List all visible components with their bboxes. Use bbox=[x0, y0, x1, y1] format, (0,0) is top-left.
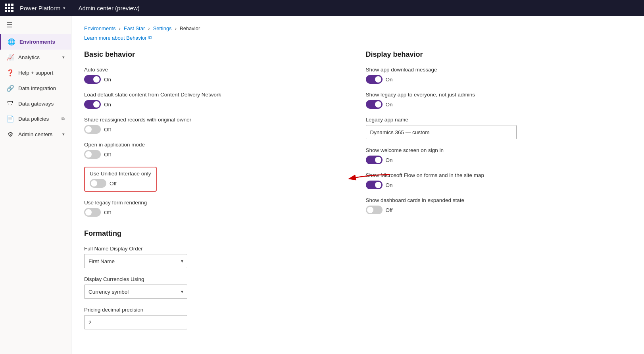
unified-interface-toggle[interactable] bbox=[90, 179, 106, 188]
show-ms-flow-group: Show Microsoft Flow on forms and in the … bbox=[366, 172, 632, 189]
data-policies-icon: 📄 bbox=[6, 115, 14, 123]
analytics-chevron-icon: ▾ bbox=[62, 55, 65, 60]
sidebar-label-admin-centers: Admin centers bbox=[18, 131, 58, 137]
sidebar-label-data-policies: Data policies bbox=[18, 116, 56, 122]
sidebar-label-data-integration: Data integration bbox=[18, 85, 65, 91]
open-app-mode-toggle[interactable] bbox=[84, 150, 101, 159]
display-currencies-group: Display Currencies Using Currency symbol… bbox=[84, 276, 350, 299]
show-legacy-app-toggle-row: On bbox=[366, 100, 632, 109]
sidebar: ☰ 🌐 Environments 📈 Analytics ▾ ❓ Help + … bbox=[0, 16, 71, 354]
data-integration-icon: 🔗 bbox=[6, 85, 14, 92]
sidebar-item-data-integration[interactable]: 🔗 Data integration bbox=[0, 81, 71, 96]
show-app-download-toggle-row: On bbox=[366, 75, 632, 84]
full-name-order-label: Full Name Display Order bbox=[84, 246, 350, 252]
legacy-app-name-group: Legacy app name bbox=[366, 117, 632, 139]
unified-interface-toggle-row: Off bbox=[90, 179, 151, 188]
load-static-content-toggle[interactable] bbox=[84, 100, 101, 109]
basic-behavior-section: Basic behavior Auto save On Load bbox=[84, 50, 350, 217]
left-column: Basic behavior Auto save On Load bbox=[84, 50, 350, 337]
legacy-form-toggle[interactable] bbox=[84, 208, 101, 217]
topbar-separator bbox=[72, 4, 72, 12]
sidebar-item-admin-centers[interactable]: ⚙ Admin centers ▾ bbox=[0, 127, 71, 142]
show-ms-flow-label: Show Microsoft Flow on forms and in the … bbox=[366, 172, 632, 178]
data-gateways-icon: 🛡 bbox=[6, 100, 14, 107]
share-reassigned-toggle[interactable] bbox=[84, 125, 101, 134]
show-ms-flow-toggle[interactable] bbox=[366, 181, 383, 189]
load-static-content-group: Load default static content from Content… bbox=[84, 92, 350, 109]
load-static-content-value: On bbox=[104, 102, 111, 108]
unified-interface-value: Off bbox=[110, 181, 117, 187]
pricing-decimal-group: Pricing decimal precision bbox=[84, 307, 350, 329]
display-currencies-select[interactable]: Currency symbol Currency code bbox=[84, 285, 187, 299]
auto-save-label: Auto save bbox=[84, 67, 350, 73]
brand-title[interactable]: Power Platform ▾ bbox=[20, 5, 65, 12]
open-app-mode-value: Off bbox=[104, 152, 111, 158]
show-dashboard-cards-label: Show dashboard cards in expanded state bbox=[366, 197, 632, 203]
breadcrumb-east-star[interactable]: East Star bbox=[124, 25, 145, 31]
show-dashboard-cards-group: Show dashboard cards in expanded state O… bbox=[366, 197, 632, 214]
breadcrumb-sep-1: › bbox=[119, 25, 120, 31]
show-app-download-value: On bbox=[386, 77, 393, 83]
open-app-mode-label: Open in application mode bbox=[84, 142, 350, 148]
formatting-title: Formatting bbox=[84, 229, 350, 238]
waffle-icon[interactable] bbox=[5, 4, 13, 12]
share-reassigned-label: Share reassigned records with original o… bbox=[84, 117, 350, 123]
load-static-content-toggle-row: On bbox=[84, 100, 350, 109]
sidebar-label-environments: Environments bbox=[19, 39, 65, 45]
show-legacy-app-toggle[interactable] bbox=[366, 100, 383, 109]
sidebar-item-environments[interactable]: 🌐 Environments bbox=[0, 34, 71, 50]
sidebar-hamburger[interactable]: ☰ bbox=[0, 16, 71, 34]
show-app-download-group: Show app download message On bbox=[366, 67, 632, 84]
show-welcome-toggle[interactable] bbox=[366, 156, 383, 164]
legacy-app-name-input[interactable] bbox=[366, 125, 517, 139]
show-legacy-app-label: Show legacy app to everyone, not just ad… bbox=[366, 92, 632, 98]
auto-save-group: Auto save On bbox=[84, 67, 350, 84]
display-behavior-section: Display behavior Show app download messa… bbox=[366, 50, 632, 214]
settings-columns: Basic behavior Auto save On Load bbox=[84, 50, 631, 337]
admin-centers-icon: ⚙ bbox=[6, 131, 14, 138]
legacy-form-label: Use legacy form rendering bbox=[84, 200, 350, 206]
topbar: Power Platform ▾ Admin center (preview) bbox=[0, 0, 644, 16]
brand-chevron: ▾ bbox=[63, 6, 65, 11]
breadcrumb: Environments › East Star › Settings › Be… bbox=[84, 25, 631, 31]
legacy-form-group: Use legacy form rendering Off bbox=[84, 200, 350, 217]
full-name-order-select[interactable]: First Name Last Name bbox=[84, 254, 187, 268]
pricing-decimal-input[interactable] bbox=[84, 315, 187, 329]
learn-more-external-icon: ⧉ bbox=[148, 35, 152, 41]
sidebar-item-data-policies[interactable]: 📄 Data policies ⧉ bbox=[0, 111, 71, 127]
auto-save-toggle-row: On bbox=[84, 75, 350, 84]
basic-behavior-title: Basic behavior bbox=[84, 50, 350, 59]
share-reassigned-toggle-row: Off bbox=[84, 125, 350, 134]
sidebar-item-help[interactable]: ❓ Help + support bbox=[0, 65, 71, 81]
breadcrumb-settings[interactable]: Settings bbox=[153, 25, 172, 31]
right-column: Display behavior Show app download messa… bbox=[366, 50, 632, 337]
breadcrumb-current: Behavior bbox=[180, 25, 200, 31]
learn-more-link[interactable]: Learn more about Behavior ⧉ bbox=[84, 35, 631, 41]
auto-save-value: On bbox=[104, 77, 111, 83]
show-app-download-label: Show app download message bbox=[366, 67, 632, 73]
show-dashboard-cards-toggle[interactable] bbox=[366, 206, 383, 214]
sidebar-item-analytics[interactable]: 📈 Analytics ▾ bbox=[0, 50, 71, 65]
help-icon: ❓ bbox=[6, 69, 14, 77]
legacy-app-name-label: Legacy app name bbox=[366, 117, 632, 123]
display-currencies-select-wrap: Currency symbol Currency code ▾ bbox=[84, 285, 187, 299]
unified-interface-label: Use Unified Interface only bbox=[90, 171, 151, 177]
formatting-section: Formatting Full Name Display Order First… bbox=[84, 229, 350, 329]
analytics-icon: 📈 bbox=[6, 54, 14, 61]
open-app-mode-toggle-row: Off bbox=[84, 150, 350, 159]
sidebar-label-data-gateways: Data gateways bbox=[18, 101, 65, 107]
auto-save-toggle[interactable] bbox=[84, 75, 101, 84]
open-app-mode-group: Open in application mode Off bbox=[84, 142, 350, 159]
show-ms-flow-toggle-row: On bbox=[366, 181, 632, 189]
breadcrumb-environments[interactable]: Environments bbox=[84, 25, 115, 31]
show-welcome-toggle-row: On bbox=[366, 156, 632, 164]
legacy-form-value: Off bbox=[104, 210, 111, 215]
breadcrumb-sep-2: › bbox=[148, 25, 150, 31]
sidebar-item-data-gateways[interactable]: 🛡 Data gateways bbox=[0, 96, 71, 111]
show-legacy-app-value: On bbox=[386, 102, 393, 108]
unified-interface-arrow-container: Use Unified Interface only Off bbox=[84, 167, 350, 192]
sidebar-label-analytics: Analytics bbox=[18, 54, 58, 60]
full-name-order-group: Full Name Display Order First Name Last … bbox=[84, 246, 350, 268]
main-content: Environments › East Star › Settings › Be… bbox=[71, 16, 644, 354]
show-app-download-toggle[interactable] bbox=[366, 75, 383, 84]
